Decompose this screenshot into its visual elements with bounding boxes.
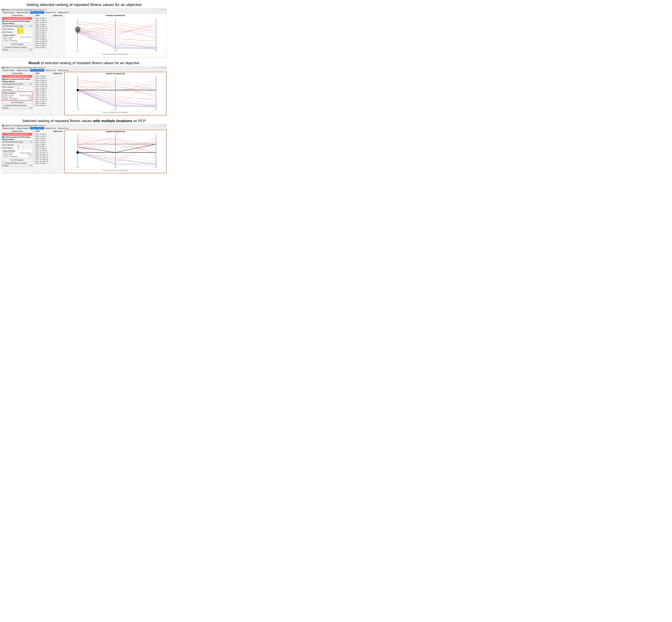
results-title-1: Analysis Results: [3, 34, 32, 36]
menu-wallacei-primer-1[interactable]: Wallacei Primer: [57, 11, 70, 13]
kmeans-select-2[interactable]: Kmeans: [2, 106, 32, 109]
results-title-2: Analysis Results: [3, 92, 31, 94]
pcp-item-1-10: Gen. 5 | Indv. 9: [34, 38, 51, 40]
menu-wallacei-analytics-2[interactable]: Wallacei Analytics: [16, 69, 30, 71]
analysis-method-select-1[interactable]: with Repeated Fitness Values: [2, 25, 32, 27]
close-btn-2[interactable]: ✕: [163, 67, 166, 69]
svg-line-85: [116, 97, 156, 99]
minimize-btn-3[interactable]: —: [157, 125, 160, 127]
panel-title-1: Control Panel: [2, 14, 32, 16]
pcp-list-checkbox-1[interactable]: [34, 15, 35, 16]
close-btn-1[interactable]: ✕: [163, 9, 166, 11]
draw-pcp-btn-2[interactable]: Draw Parallel Coordinate Plot: [2, 75, 32, 78]
run-pcp-btn-1[interactable]: Run PCP Analysis: [2, 43, 32, 45]
menu-wallacei-selection-3[interactable]: Wallacei Selection: [30, 127, 44, 129]
menu-wallacei-settings-1[interactable]: Wallacei Settings: [2, 11, 15, 13]
svg-text:Fitness Objectives: Fitness Objectives: [110, 110, 121, 111]
fitness-objective-input-1[interactable]: [18, 28, 23, 30]
kmeans-dropdown-2[interactable]: Kmeans: [2, 106, 32, 109]
svg-line-132: [78, 148, 116, 160]
pcp-item-1-11: Gen. 5 | Indv. 10: [34, 40, 51, 42]
menu-wallacei-settings-2[interactable]: Wallacei Settings: [2, 69, 15, 71]
pcp-title-3: PCP: [34, 130, 51, 132]
pcp-item-1-8: Gen. 4 | Indv. 0: [34, 34, 51, 36]
unsupervised-checkbox-1[interactable]: [2, 46, 4, 48]
select-ranking-input-3[interactable]: [18, 147, 23, 149]
kmeans-select-1[interactable]: Kmeans: [2, 48, 32, 51]
fitness-objective-input-3[interactable]: [18, 144, 23, 146]
pcp-item-2-5: Gen. 2 | Indv. 16: [34, 85, 51, 88]
page-title-2: Result of selected ranking of repeated f…: [0, 59, 168, 66]
pcp-checkbox-1[interactable]: [2, 21, 4, 22]
pcp-item-2-11: Gen. 5 | Indv. 10: [34, 98, 51, 100]
menu-wallacei-analytics-1[interactable]: Wallacei Analytics: [16, 11, 30, 13]
pcp-item-1-6: Gen. 2 | Indv. 17: [34, 30, 51, 32]
maximize-btn-3[interactable]: ☐: [160, 125, 163, 127]
select-ranking-input-1[interactable]: [18, 31, 23, 33]
pcp-settings-row-2: Parallel Coordinate Plot (PCP) Settings: [2, 78, 32, 80]
title-bar-controls-1: — ☐ ✕: [157, 9, 166, 11]
app-window-2: Wallacei X | An Evolutionary and Analyti…: [1, 66, 167, 115]
svg-line-12: [116, 22, 156, 28]
title-bar-2: Wallacei X | An Evolutionary and Analyti…: [2, 66, 166, 69]
pcp-list-checkbox-3[interactable]: [34, 131, 35, 132]
select-ranking-label-1: Select Ranking: [2, 31, 18, 33]
menu-wallacei-analytics-3[interactable]: Wallacei Analytics: [16, 127, 30, 129]
pcp-checkbox-2[interactable]: [2, 78, 4, 80]
pcp-list-checkbox-2[interactable]: [34, 73, 35, 74]
pcp-item-1-2: Gen. 1 | Indv. 10: [34, 21, 51, 23]
minimize-btn-1[interactable]: —: [157, 9, 160, 11]
menu-wallacei-forum-1[interactable]: Wallacei Forum: [44, 11, 57, 13]
menu-wallacei-primer-3[interactable]: Wallacei Primer: [57, 127, 70, 129]
draw-pcp-btn-3[interactable]: Draw Parallel Coordinate Plot: [2, 133, 32, 136]
maximize-btn-2[interactable]: ☐: [160, 67, 163, 69]
svg-line-5: [78, 21, 116, 28]
menu-wallacei-forum-2[interactable]: Wallacei Forum: [44, 69, 57, 71]
menu-wallacei-primer-2[interactable]: Wallacei Primer: [57, 69, 70, 71]
svg-line-47: [78, 31, 116, 47]
export-panel-3: Export List: [51, 130, 65, 173]
analysis-method-select-2[interactable]: with Repeated Fitness Values: [2, 82, 32, 85]
svg-line-151: [116, 164, 156, 166]
unsupervised-checkbox-3[interactable]: [2, 162, 4, 164]
minimize-btn-2[interactable]: —: [157, 67, 160, 69]
svg-text:FO3: FO3: [155, 50, 158, 52]
analysis-method-dropdown-2[interactable]: with Repeated Fitness Values: [2, 82, 32, 85]
select-ranking-row-1: Select Ranking: [2, 31, 32, 33]
export-title-1: Export List: [52, 14, 64, 16]
svg-point-106: [76, 89, 79, 91]
pcp-item-1-7: Gen. 3 | Indv. 0: [34, 32, 51, 34]
unsupervised-label-1: Unsupervised Machine Learning: [4, 46, 27, 48]
kmeans-select-3[interactable]: Kmeans: [2, 164, 32, 167]
svg-line-30: [116, 29, 156, 32]
svg-line-22: [116, 24, 156, 35]
close-btn-3[interactable]: ✕: [163, 125, 166, 127]
run-pcp-btn-3[interactable]: Run PCP Analysis: [2, 159, 32, 162]
plot-canvas-2: FO1 FO2 FO3 Fitness Objectives: [65, 75, 166, 111]
app-body-1: Control Panel Draw Parallel Coordinate P…: [2, 14, 166, 57]
analysis-method-select-3[interactable]: with Repeated Fitness Values: [2, 140, 32, 143]
unsupervised-checkbox-2[interactable]: [2, 104, 4, 106]
kmeans-dropdown-1[interactable]: Kmeans: [2, 48, 32, 51]
pcp-settings-row-1: Parallel Coordinate Plot (PCP) Settings: [2, 21, 32, 22]
svg-line-48: [116, 47, 156, 50]
analysis-method-dropdown-3[interactable]: with Repeated Fitness Values: [2, 140, 32, 143]
svg-text:FO1: FO1: [76, 50, 79, 52]
analysis-method-dropdown-1[interactable]: with Repeated Fitness Values: [2, 25, 32, 27]
pcp-checkbox-3[interactable]: [2, 136, 4, 138]
run-pcp-btn-2[interactable]: Run PCP Analysis: [2, 101, 32, 104]
fitness-value-value-3: 22.43: [28, 154, 32, 156]
kmeans-dropdown-3[interactable]: Kmeans: [2, 164, 32, 167]
draw-pcp-btn-1[interactable]: Draw Parallel Coordinate Plot: [2, 17, 32, 20]
title-bar-text-1: Wallacei X | An Evolutionary and Analyti…: [4, 9, 157, 11]
menu-wallacei-selection-1[interactable]: Wallacei Selection: [30, 11, 44, 13]
menu-wallacei-forum-3[interactable]: Wallacei Forum: [44, 127, 57, 129]
menu-wallacei-settings-3[interactable]: Wallacei Settings: [2, 127, 15, 129]
app-window-3: Wallacei X | An Evolutionary and Analyti…: [1, 124, 167, 173]
fitness-objective-input-2[interactable]: [18, 86, 23, 88]
select-ranking-input-2[interactable]: [18, 89, 23, 91]
fitness-value-label-2: Fitness Value:: [3, 96, 13, 98]
pcp-list-3: Gen. 0 | Indv. 8 Gen. 1 | Indv. 1 Gen. 2…: [34, 133, 51, 169]
menu-wallacei-selection-2[interactable]: Wallacei Selection: [30, 69, 44, 71]
maximize-btn-1[interactable]: ☐: [160, 9, 163, 11]
